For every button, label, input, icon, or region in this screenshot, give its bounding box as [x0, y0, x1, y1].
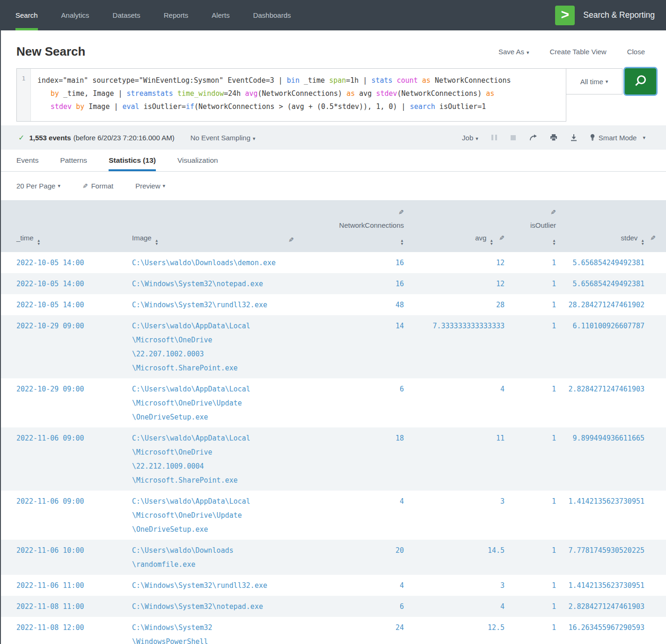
cell-networkconnections[interactable]: 4 — [319, 575, 406, 596]
cell-image[interactable]: C:\Users\waldo\Downloads\randomfile.exe — [123, 540, 319, 575]
cell-time[interactable]: 2022-10-05 14:00 — [1, 294, 123, 315]
time-range-picker[interactable]: All time▾ — [566, 68, 622, 94]
cell-image[interactable]: C:\Users\waldo\AppData\Local\Microsoft\O… — [123, 427, 319, 491]
tab-statistics[interactable]: Statistics (13) — [109, 150, 156, 171]
cell-image[interactable]: C:\Windows\System32\notepad.exe — [123, 596, 319, 617]
cell-avg[interactable]: 28 — [406, 294, 506, 315]
close-button[interactable]: Close — [627, 48, 645, 56]
save-as-button[interactable]: Save As▾ — [498, 48, 529, 56]
column-header-networkconnections[interactable]: ✎ NetworkConnections ▲▼ — [319, 200, 406, 252]
cell-avg[interactable]: 3 — [406, 491, 506, 540]
pencil-icon[interactable]: ✎ — [288, 236, 294, 244]
cell-time[interactable]: 2022-10-05 14:00 — [1, 273, 123, 294]
cell-avg[interactable]: 4 — [406, 596, 506, 617]
cell-networkconnections[interactable]: 18 — [319, 427, 406, 491]
cell-avg[interactable]: 3 — [406, 575, 506, 596]
cell-networkconnections[interactable]: 6 — [319, 596, 406, 617]
pencil-icon[interactable]: ✎ — [650, 234, 656, 242]
cell-time[interactable]: 2022-11-08 12:00 — [1, 617, 123, 644]
cell-stdev[interactable]: 16.263455967290593 — [558, 617, 666, 644]
pause-icon[interactable] — [491, 134, 498, 141]
cell-isoutlier[interactable]: 1 — [506, 540, 558, 575]
share-icon[interactable] — [529, 134, 537, 141]
search-query-editor[interactable]: 1 index="main" sourcetype="WinEventLog:S… — [16, 68, 566, 122]
cell-networkconnections[interactable]: 14 — [319, 315, 406, 378]
cell-stdev[interactable]: 1.4142135623730951 — [558, 575, 666, 596]
cell-networkconnections[interactable]: 16 — [319, 273, 406, 294]
cell-time[interactable]: 2022-10-29 09:00 — [1, 315, 123, 378]
cell-avg[interactable]: 4 — [406, 378, 506, 427]
nav-item-alerts[interactable]: Alerts — [212, 0, 229, 30]
column-header-avg[interactable]: avg▲▼✎ — [406, 200, 506, 252]
cell-isoutlier[interactable]: 1 — [506, 596, 558, 617]
cell-stdev[interactable]: 2.8284271247461903 — [558, 378, 666, 427]
job-menu[interactable]: Job▾ — [462, 134, 478, 142]
export-download-icon[interactable] — [570, 134, 578, 141]
cell-time[interactable]: 2022-11-06 09:00 — [1, 491, 123, 540]
cell-isoutlier[interactable]: 1 — [506, 273, 558, 294]
cell-isoutlier[interactable]: 1 — [506, 252, 558, 273]
cell-networkconnections[interactable]: 24 — [319, 617, 406, 644]
cell-image[interactable]: C:\Windows\System32\rundll32.exe — [123, 575, 319, 596]
cell-avg[interactable]: 12.5 — [406, 617, 506, 644]
cell-networkconnections[interactable]: 48 — [319, 294, 406, 315]
create-table-view-button[interactable]: Create Table View — [549, 48, 606, 56]
cell-avg[interactable]: 12 — [406, 273, 506, 294]
cell-time[interactable]: 2022-10-29 09:00 — [1, 378, 123, 427]
pencil-icon[interactable]: ✎ — [550, 206, 556, 219]
nav-item-search[interactable]: Search — [15, 0, 38, 30]
sort-icon[interactable]: ▲▼ — [37, 239, 41, 246]
cell-image[interactable]: C:\Users\waldo\AppData\Local\Microsoft\O… — [123, 491, 319, 540]
format-button[interactable]: ✎Format — [82, 182, 113, 190]
cell-time[interactable]: 2022-11-06 10:00 — [1, 540, 123, 575]
sort-icon[interactable]: ▲▼ — [641, 239, 644, 246]
cell-stdev[interactable]: 28.284271247461902 — [558, 294, 666, 315]
cell-stdev[interactable]: 5.656854249492381 — [558, 252, 666, 273]
cell-time[interactable]: 2022-11-06 09:00 — [1, 427, 123, 491]
cell-stdev[interactable]: 7.7781745930520225 — [558, 540, 666, 575]
tab-events[interactable]: Events — [16, 150, 38, 171]
cell-isoutlier[interactable]: 1 — [506, 294, 558, 315]
run-search-button[interactable] — [625, 68, 656, 94]
sort-icon[interactable]: ▲▼ — [400, 239, 404, 246]
column-header-time[interactable]: _time▲▼ — [1, 200, 123, 252]
cell-stdev[interactable]: 5.656854249492381 — [558, 273, 666, 294]
cell-stdev[interactable]: 9.899494936611665 — [558, 427, 666, 491]
cell-isoutlier[interactable]: 1 — [506, 617, 558, 644]
column-header-image[interactable]: Image▲▼✎ — [123, 200, 319, 252]
cell-isoutlier[interactable]: 1 — [506, 491, 558, 540]
cell-networkconnections[interactable]: 4 — [319, 491, 406, 540]
cell-isoutlier[interactable]: 1 — [506, 315, 558, 378]
tab-patterns[interactable]: Patterns — [60, 150, 87, 171]
cell-networkconnections[interactable]: 6 — [319, 378, 406, 427]
cell-stdev[interactable]: 2.8284271247461903 — [558, 596, 666, 617]
column-header-isoutlier[interactable]: ✎ isOutlier ▲▼ — [506, 200, 558, 252]
cell-image[interactable]: C:\Windows\System32\rundll32.exe — [123, 294, 319, 315]
cell-avg[interactable]: 14.5 — [406, 540, 506, 575]
cell-time[interactable]: 2022-10-05 14:00 — [1, 252, 123, 273]
stop-icon[interactable] — [510, 134, 517, 141]
search-mode-dropdown[interactable]: Smart Mode▾ — [590, 134, 645, 142]
cell-isoutlier[interactable]: 1 — [506, 378, 558, 427]
pencil-icon[interactable]: ✎ — [398, 206, 404, 219]
nav-item-dashboards[interactable]: Dashboards — [253, 0, 291, 30]
cell-image[interactable]: C:\Users\waldo\AppData\Local\Microsoft\O… — [123, 378, 319, 427]
cell-networkconnections[interactable]: 16 — [319, 252, 406, 273]
cell-isoutlier[interactable]: 1 — [506, 427, 558, 491]
column-header-stdev[interactable]: stdev▲▼✎ — [558, 200, 666, 252]
cell-stdev[interactable]: 1.4142135623730951 — [558, 491, 666, 540]
cell-image[interactable]: C:\Users\waldo\AppData\Local\Microsoft\O… — [123, 315, 319, 378]
cell-stdev[interactable]: 6.110100926607787 — [558, 315, 666, 378]
sort-icon[interactable]: ▲▼ — [552, 239, 556, 246]
sort-icon[interactable]: ▲▼ — [155, 239, 159, 246]
nav-item-reports[interactable]: Reports — [164, 0, 189, 30]
nav-item-analytics[interactable]: Analytics — [61, 0, 89, 30]
pencil-icon[interactable]: ✎ — [499, 234, 505, 242]
print-icon[interactable] — [550, 134, 557, 141]
cell-image[interactable]: C:\Windows\System32\WindowsPowerShell — [123, 617, 319, 644]
cell-avg[interactable]: 12 — [406, 252, 506, 273]
cell-time[interactable]: 2022-11-06 11:00 — [1, 575, 123, 596]
preview-dropdown[interactable]: Preview▾ — [135, 182, 165, 190]
cell-image[interactable]: C:\Windows\System32\notepad.exe — [123, 273, 319, 294]
tab-visualization[interactable]: Visualization — [177, 150, 218, 171]
